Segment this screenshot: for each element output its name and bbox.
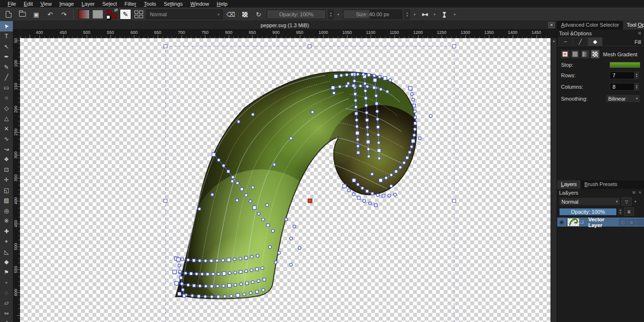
- mesh-node[interactable]: [376, 125, 379, 128]
- size-dropdown-icon[interactable]: ▾: [412, 12, 417, 17]
- menu-tools[interactable]: Tools: [140, 1, 160, 7]
- mesh-node[interactable]: [262, 218, 265, 221]
- mesh-node[interactable]: [347, 82, 350, 85]
- tab-stroke-dashes[interactable]: ┄: [558, 37, 573, 46]
- mesh-node[interactable]: [390, 174, 393, 177]
- pattern-chooser[interactable]: [92, 10, 104, 19]
- tool-crop[interactable]: ◱: [0, 185, 13, 196]
- mesh-node[interactable]: [195, 272, 198, 275]
- mesh-node[interactable]: [377, 134, 380, 136]
- mesh-node[interactable]: [354, 93, 357, 95]
- layer-blend-mode-combo[interactable]: Normal ▾: [559, 197, 620, 206]
- mesh-node[interactable]: [356, 73, 359, 76]
- mesh-node[interactable]: [413, 134, 415, 136]
- mesh-node[interactable]: [201, 272, 204, 275]
- mesh-node[interactable]: [181, 258, 184, 261]
- mesh-node[interactable]: [278, 251, 280, 254]
- mesh-node[interactable]: [239, 270, 242, 273]
- mesh-node[interactable]: [388, 194, 391, 197]
- size-slider[interactable]: Size: 40.00 px: [343, 10, 402, 19]
- mesh-node[interactable]: [366, 190, 369, 193]
- mesh-node[interactable]: [269, 246, 271, 249]
- mesh-node[interactable]: [212, 153, 216, 156]
- mesh-node[interactable]: [204, 285, 207, 288]
- docker-float-icon[interactable]: ⊞: [638, 31, 642, 35]
- mesh-node[interactable]: [366, 126, 369, 129]
- mesh-node[interactable]: [378, 157, 381, 160]
- mesh-node[interactable]: [210, 285, 213, 288]
- mesh-node[interactable]: [263, 278, 266, 281]
- mesh-node[interactable]: [290, 263, 292, 266]
- mesh-node[interactable]: [187, 259, 189, 261]
- mesh-node[interactable]: [410, 145, 413, 148]
- mesh-node[interactable]: [340, 74, 343, 77]
- mesh-node[interactable]: [412, 98, 415, 101]
- mesh-node[interactable]: [216, 259, 218, 262]
- opacity-slider[interactable]: Opacity: 100%: [267, 10, 326, 19]
- mesh-node[interactable]: [375, 102, 378, 105]
- mesh-node[interactable]: [356, 183, 359, 186]
- mesh-node[interactable]: [374, 94, 377, 97]
- tool-calligraphy[interactable]: ✒: [0, 52, 13, 62]
- mesh-node[interactable]: [179, 276, 182, 279]
- mesh-node[interactable]: [245, 194, 248, 197]
- mesh-node[interactable]: [204, 260, 207, 262]
- mesh-node[interactable]: [383, 76, 387, 80]
- mesh-node[interactable]: [249, 200, 252, 203]
- mesh-node[interactable]: [245, 270, 248, 272]
- mesh-node[interactable]: [210, 260, 213, 262]
- mesh-node[interactable]: [222, 284, 225, 287]
- tool-color-sampler[interactable]: ◎: [0, 206, 13, 216]
- fill-solid-button[interactable]: [571, 50, 579, 58]
- menu-image[interactable]: Image: [55, 1, 78, 7]
- mesh-node[interactable]: [180, 282, 183, 285]
- mirror-vertical-dropdown-icon[interactable]: ▾: [452, 12, 457, 17]
- open-button[interactable]: [17, 9, 28, 20]
- selected-mesh-node[interactable]: [308, 199, 312, 203]
- tool-ellipse-select[interactable]: ◌: [0, 288, 13, 298]
- mesh-node[interactable]: [290, 137, 292, 140]
- mesh-node[interactable]: [376, 194, 379, 197]
- mesh-node[interactable]: [368, 202, 371, 205]
- save-button[interactable]: ▣: [31, 9, 42, 20]
- mesh-node[interactable]: [373, 78, 377, 82]
- mesh-node[interactable]: [365, 111, 368, 114]
- menu-edit[interactable]: Edit: [20, 1, 37, 7]
- mesh-node[interactable]: [177, 292, 181, 296]
- menu-help[interactable]: Help: [213, 1, 231, 7]
- mesh-node[interactable]: [243, 293, 246, 296]
- mesh-node[interactable]: [365, 104, 368, 107]
- mesh-node[interactable]: [352, 178, 356, 182]
- new-document-button[interactable]: [3, 9, 14, 20]
- mesh-node[interactable]: [210, 295, 213, 298]
- mesh-node[interactable]: [184, 272, 187, 275]
- mesh-node[interactable]: [256, 254, 259, 257]
- mesh-node[interactable]: [331, 86, 335, 90]
- columns-spinbox[interactable]: 8 ▴▾: [610, 83, 640, 91]
- mesh-node[interactable]: [237, 120, 240, 123]
- mesh-node[interactable]: [377, 149, 381, 153]
- tool-outline-select[interactable]: ∾: [0, 308, 13, 319]
- mesh-node[interactable]: [418, 137, 421, 140]
- layer-visibility-toggle[interactable]: ◉: [557, 218, 567, 227]
- mesh-node[interactable]: [378, 75, 381, 78]
- mesh-node[interactable]: [364, 89, 367, 92]
- selection-handle[interactable]: [453, 45, 456, 48]
- selection-handle[interactable]: [164, 45, 167, 48]
- mesh-node[interactable]: [227, 170, 230, 173]
- mesh-node[interactable]: [379, 178, 383, 182]
- mesh-node[interactable]: [192, 259, 195, 262]
- mesh-node[interactable]: [355, 112, 358, 115]
- mesh-node[interactable]: [356, 138, 359, 141]
- menu-view[interactable]: View: [37, 1, 56, 7]
- tool-select-shapes[interactable]: ➤: [0, 21, 13, 31]
- undo-button[interactable]: ↶: [44, 9, 56, 20]
- layer-filter-dropdown-icon[interactable]: ▾: [633, 199, 638, 204]
- mesh-node[interactable]: [193, 284, 196, 287]
- mesh-node[interactable]: [175, 281, 178, 285]
- mesh-node[interactable]: [257, 212, 260, 215]
- mesh-node[interactable]: [177, 258, 180, 261]
- mesh-node[interactable]: [178, 264, 181, 267]
- tool-ellipse[interactable]: ○: [0, 93, 13, 104]
- foreground-background-colors[interactable]: ⇄: [106, 9, 117, 20]
